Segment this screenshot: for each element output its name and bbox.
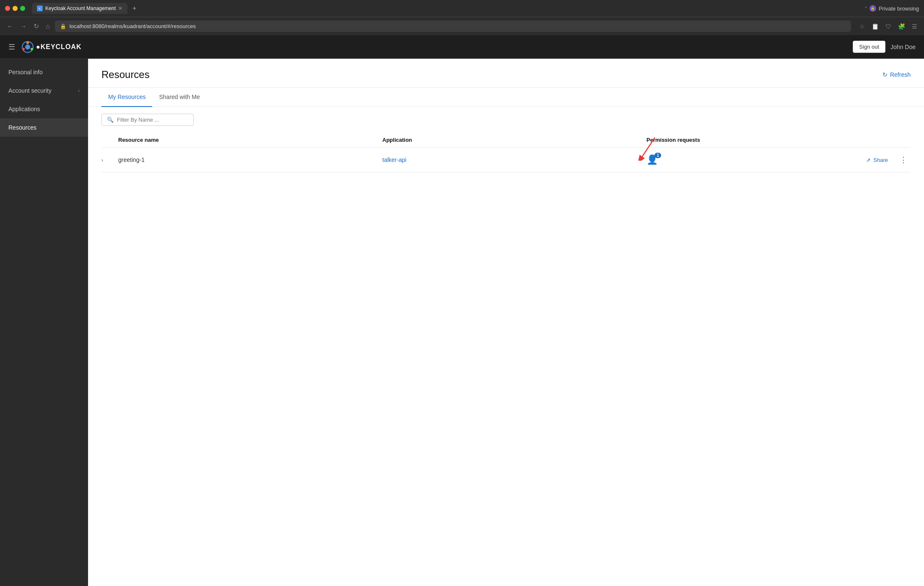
browser-chrome: K Keycloak Account Management ✕ + ˅ 🔒 Pr… xyxy=(0,0,924,35)
tab-title: Keycloak Account Management xyxy=(45,5,116,11)
back-button[interactable]: ← xyxy=(5,21,15,32)
sidebar-item-resources-label: Resources xyxy=(8,124,36,131)
svg-point-4 xyxy=(22,48,25,50)
permission-cell: 👤 1 ⇗ Share ⋮ xyxy=(646,154,911,166)
refresh-icon: ↻ xyxy=(882,71,888,78)
filter-by-name-input[interactable] xyxy=(117,117,188,123)
private-browsing-icon: 🔒 xyxy=(869,5,876,12)
address-bar: ← → ↻ ⌂ 🔒 localhost:8080/realms/kuadrant… xyxy=(0,17,924,35)
app-body: Personal info Account security › Applica… xyxy=(0,59,924,586)
table-header-row: Resource name Application Permission req… xyxy=(101,133,911,148)
application-cell: talker-api xyxy=(382,156,646,163)
tab-close-button[interactable]: ✕ xyxy=(118,5,122,11)
private-browsing-label: Private browsing xyxy=(879,5,919,12)
tab-shared-with-me-label: Shared with Me xyxy=(159,94,200,100)
sidebar-item-resources[interactable]: Resources xyxy=(0,118,88,137)
permission-count-badge: 1 xyxy=(654,153,661,158)
share-button[interactable]: ⇗ Share xyxy=(863,155,891,165)
user-name: John Doe xyxy=(890,44,916,50)
url-bar[interactable]: 🔒 localhost:8080/realms/kuadrant/account… xyxy=(55,21,851,32)
tab-dropdown-icon[interactable]: ˅ xyxy=(865,6,867,11)
app-header: ☰ ●KEYCLOAK Sign out John Doe xyxy=(0,35,924,59)
resources-table: Resource name Application Permission req… xyxy=(88,133,924,172)
more-options-button[interactable]: ⋮ xyxy=(896,154,911,166)
sidebar-item-personal-info-label: Personal info xyxy=(8,69,43,76)
browser-titlebar: K Keycloak Account Management ✕ + ˅ 🔒 Pr… xyxy=(0,0,924,17)
shield-icon[interactable]: 🛡 xyxy=(884,21,893,31)
expand-button[interactable]: › xyxy=(101,156,118,163)
table-row: › greeting-1 talker-api xyxy=(101,148,911,172)
reading-list-icon[interactable]: 📋 xyxy=(870,21,880,31)
table-header-permission-requests: Permission requests xyxy=(646,137,911,143)
sidebar-item-account-security[interactable]: Account security › xyxy=(0,81,88,100)
hamburger-menu-button[interactable]: ☰ xyxy=(8,42,15,52)
reload-button[interactable]: ↻ xyxy=(32,21,41,32)
forward-button[interactable]: → xyxy=(18,21,29,32)
share-icon: ⇗ xyxy=(866,157,871,163)
traffic-lights xyxy=(5,6,25,11)
permission-icon-area: 👤 1 xyxy=(646,154,859,165)
main-content: Resources ↻ Refresh My Resources Shared … xyxy=(88,59,924,586)
tab-favicon-icon: K xyxy=(37,5,43,11)
application-link[interactable]: talker-api xyxy=(382,156,407,163)
toolbar-icons: ☆ 📋 🛡 🧩 ☰ xyxy=(858,21,919,31)
chevron-right-expand-icon: › xyxy=(101,157,103,163)
header-right: Sign out John Doe xyxy=(853,41,916,53)
logo-icon xyxy=(22,41,34,53)
menu-icon[interactable]: ☰ xyxy=(910,21,919,31)
maximize-window-button[interactable] xyxy=(20,6,25,11)
page-header: Resources ↻ Refresh xyxy=(88,59,924,88)
refresh-button[interactable]: ↻ Refresh xyxy=(882,71,911,78)
sidebar-item-account-security-label: Account security xyxy=(8,87,52,94)
table-header-application: Application xyxy=(382,137,646,143)
table-header-resource-name: Resource name xyxy=(118,137,382,143)
tab-my-resources-label: My Resources xyxy=(108,94,145,100)
share-label: Share xyxy=(873,157,888,163)
private-browsing-indicator: ˅ 🔒 Private browsing xyxy=(865,5,919,12)
bookmark-icon[interactable]: ☆ xyxy=(858,21,867,31)
sidebar-item-applications-label: Applications xyxy=(8,106,40,112)
logo: ●KEYCLOAK xyxy=(22,41,81,53)
page-title: Resources xyxy=(101,69,150,81)
extensions-icon[interactable]: 🧩 xyxy=(896,21,907,31)
active-tab[interactable]: K Keycloak Account Management ✕ xyxy=(32,3,127,14)
url-text: localhost:8080/realms/kuadrant/account/#… xyxy=(70,23,196,29)
minimize-window-button[interactable] xyxy=(13,6,18,11)
home-button[interactable]: ⌂ xyxy=(44,21,52,32)
tab-shared-with-me[interactable]: Shared with Me xyxy=(152,88,206,107)
filter-input-wrapper: 🔍 xyxy=(101,114,194,126)
svg-point-3 xyxy=(31,48,33,50)
sign-out-button[interactable]: Sign out xyxy=(853,41,885,53)
chevron-right-icon: › xyxy=(78,88,80,94)
table-header-expand xyxy=(101,137,118,143)
tab-bar: K Keycloak Account Management ✕ + xyxy=(32,3,862,14)
svg-point-2 xyxy=(26,42,29,44)
close-window-button[interactable] xyxy=(5,6,10,11)
lock-icon: 🔒 xyxy=(60,23,66,29)
new-tab-button[interactable]: + xyxy=(129,3,140,14)
svg-point-1 xyxy=(25,44,30,49)
arrow-container: 👤 1 xyxy=(646,154,658,165)
permission-actions: ⇗ Share ⋮ xyxy=(863,154,911,166)
sidebar-item-personal-info[interactable]: Personal info xyxy=(0,63,88,81)
sidebar-item-applications[interactable]: Applications xyxy=(0,100,88,118)
tab-bar-resources: My Resources Shared with Me xyxy=(88,88,924,107)
refresh-label: Refresh xyxy=(890,71,911,78)
permission-request-icon[interactable]: 👤 1 xyxy=(646,154,658,165)
search-icon: 🔍 xyxy=(107,117,114,123)
sidebar: Personal info Account security › Applica… xyxy=(0,59,88,586)
svg-line-6 xyxy=(642,138,655,156)
filter-bar: 🔍 xyxy=(88,107,924,133)
tab-my-resources[interactable]: My Resources xyxy=(101,88,152,107)
logo-text: ●KEYCLOAK xyxy=(36,43,81,51)
resource-name-cell: greeting-1 xyxy=(118,156,382,163)
